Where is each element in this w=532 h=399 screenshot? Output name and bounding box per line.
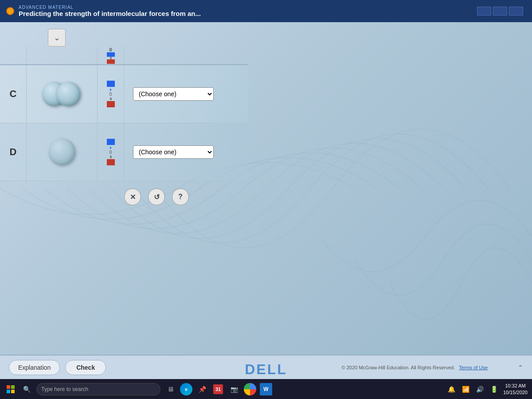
polarity-header-indicator: 0 — [107, 47, 115, 64]
dropdown-cell-d: (Choose one) London dispersion only Dipo… — [124, 123, 222, 181]
row-label-d: D — [0, 123, 27, 181]
clear-button[interactable]: ✕ — [124, 188, 141, 205]
chevron-down-icon: ⌄ — [54, 33, 60, 43]
undo-icon: ↺ — [154, 193, 160, 201]
polarity-cell-c: + 0 — [98, 65, 124, 123]
undo-button[interactable]: ↺ — [148, 188, 165, 205]
help-button[interactable]: ? — [172, 188, 189, 205]
help-icon: ? — [178, 193, 183, 201]
clear-icon: ✕ — [130, 193, 136, 201]
taskbar-pin-icon[interactable]: 📌 — [196, 383, 208, 395]
page-title: Predicting the strength of intermolecula… — [19, 10, 201, 17]
polarity-zero-bar-c — [110, 98, 112, 100]
dell-brand-text: DELL — [245, 361, 287, 377]
header-label-cell — [0, 47, 27, 64]
header-bar: ADVANCED MATERIAL Predicting the strengt… — [0, 0, 532, 22]
taskbar-files-icon[interactable]: 🖥 — [164, 383, 176, 395]
polarity-zero-label: 0 — [109, 47, 112, 52]
nav-area: ⌄ — [48, 29, 66, 47]
molecule-c-visualization — [42, 78, 82, 110]
taskbar-w-icon[interactable]: W — [260, 383, 272, 395]
taskbar-chrome-icon[interactable] — [244, 383, 256, 395]
dropdown-d[interactable]: (Choose one) London dispersion only Dipo… — [133, 145, 214, 159]
header-polarity-cell: 0 — [98, 47, 124, 64]
row-d-label: D — [10, 146, 17, 158]
atom-d — [49, 139, 75, 165]
svg-rect-3 — [11, 390, 15, 393]
nav-down-button[interactable]: ⌄ — [48, 29, 66, 47]
taskbar-video-icon[interactable]: 📷 — [228, 383, 240, 395]
polarity-red-d — [107, 159, 115, 165]
taskbar-battery-icon[interactable]: 🔋 — [489, 384, 500, 395]
dropdown-cell-c: (Choose one) London dispersion only Dipo… — [124, 65, 222, 123]
clock-date: 10/15/2020 — [503, 389, 528, 395]
badge-label: ADVANCED MATERIAL — [19, 5, 201, 10]
molecule-cell-c — [27, 65, 98, 123]
table-header: 0 — [0, 47, 248, 65]
table-row: C + 0 — [0, 65, 248, 123]
main-content: .curve-line { fill: none; stroke: rgba(1… — [0, 22, 532, 355]
polarity-zero-bar-d — [110, 156, 112, 158]
clock-time: 10:32 AM — [503, 383, 528, 389]
action-buttons-row: ✕ ↺ ? — [124, 188, 189, 205]
taskbar-volume-icon[interactable]: 🔊 — [475, 384, 485, 395]
copyright-label: © 2020 McGraw-Hill Education. All Rights… — [342, 365, 455, 370]
header-text: ADVANCED MATERIAL Predicting the strengt… — [19, 5, 201, 17]
search-placeholder: Type here to search — [41, 386, 88, 392]
row-label-c: C — [0, 65, 27, 123]
svg-rect-1 — [11, 385, 15, 389]
polarity-blue-d — [107, 139, 115, 145]
taskbar-calendar-icon[interactable]: 31 — [212, 383, 224, 395]
polarity-zero-d: 0 — [110, 150, 112, 155]
calendar-date: 31 — [215, 387, 221, 392]
atom-c-right — [56, 82, 81, 106]
explanation-button[interactable]: Explanation — [9, 360, 60, 375]
polarity-indicator-d: + 0 — [107, 139, 115, 165]
taskbar-clock[interactable]: 10:32 AM 10/15/2020 — [503, 383, 528, 395]
header-molecule-cell — [27, 47, 98, 64]
copyright-text: © 2020 McGraw-Hill Education. All Rights… — [342, 365, 488, 370]
taskbar-notification-icon[interactable]: 🔔 — [446, 384, 457, 395]
table-row: D + 0 — [0, 123, 248, 181]
taskbar: 🔍 Type here to search 🖥 e 📌 31 📷 W 🔔 📶 🔊… — [0, 379, 532, 399]
header-dropdown-cell — [124, 47, 222, 64]
taskbar-right-area: 🔔 📶 🔊 🔋 10:32 AM 10/15/2020 — [446, 383, 528, 395]
svg-rect-2 — [7, 390, 10, 393]
molecule-cell-d — [27, 123, 98, 181]
polarity-blue-c — [107, 81, 115, 87]
close-button[interactable] — [509, 7, 523, 16]
chevron-up-icon[interactable]: ⌃ — [518, 364, 523, 371]
terms-of-use-link[interactable]: Terms of Use — [459, 365, 488, 370]
taskbar-start-button[interactable] — [4, 383, 17, 395]
restore-button[interactable] — [493, 7, 507, 16]
row-c-label: C — [10, 88, 17, 100]
polarity-indicator-c: + 0 — [107, 81, 115, 107]
taskbar-edge-icon[interactable]: e — [180, 383, 192, 395]
polarity-cell-d: + 0 — [98, 123, 124, 181]
polarity-blue-bar — [107, 52, 115, 57]
window-controls — [477, 7, 523, 16]
search-bar[interactable]: Type here to search — [36, 383, 160, 395]
taskbar-wifi-icon[interactable]: 📶 — [461, 384, 471, 395]
taskbar-search-icon[interactable]: 🔍 — [20, 383, 33, 395]
svg-rect-0 — [7, 385, 10, 389]
advanced-material-icon — [6, 7, 14, 15]
molecule-d-visualization — [47, 137, 78, 168]
polarity-zero-c: 0 — [110, 92, 112, 97]
minimize-button[interactable] — [477, 7, 491, 16]
polarity-red-c — [107, 101, 115, 107]
dell-logo: DELL — [245, 361, 287, 378]
check-button[interactable]: Check — [65, 360, 106, 375]
dropdown-c[interactable]: (Choose one) London dispersion only Dipo… — [133, 87, 214, 101]
polarity-red-bar — [107, 59, 115, 64]
